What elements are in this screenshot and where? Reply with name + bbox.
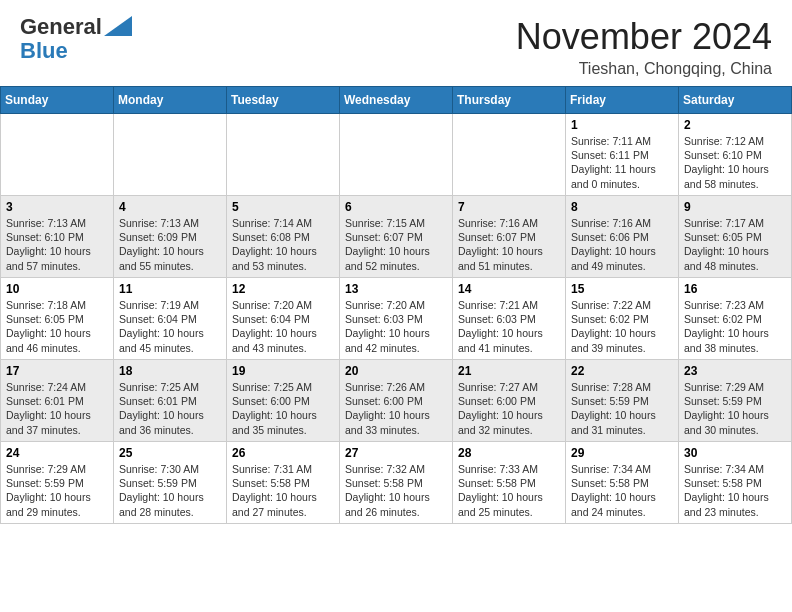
day-info: Sunrise: 7:25 AMSunset: 6:00 PMDaylight:… — [232, 381, 317, 436]
table-row: 13Sunrise: 7:20 AMSunset: 6:03 PMDayligh… — [340, 278, 453, 360]
location-title: Tieshan, Chongqing, China — [516, 60, 772, 78]
logo: General Blue — [20, 16, 132, 64]
calendar-week-row: 24Sunrise: 7:29 AMSunset: 5:59 PMDayligh… — [1, 442, 792, 524]
day-info: Sunrise: 7:34 AMSunset: 5:58 PMDaylight:… — [571, 463, 656, 518]
day-info: Sunrise: 7:24 AMSunset: 6:01 PMDaylight:… — [6, 381, 91, 436]
day-info: Sunrise: 7:29 AMSunset: 5:59 PMDaylight:… — [684, 381, 769, 436]
table-row — [114, 114, 227, 196]
day-number: 17 — [6, 364, 108, 378]
calendar-week-row: 3Sunrise: 7:13 AMSunset: 6:10 PMDaylight… — [1, 196, 792, 278]
table-row: 24Sunrise: 7:29 AMSunset: 5:59 PMDayligh… — [1, 442, 114, 524]
logo-arrow-icon — [104, 16, 132, 36]
table-row: 28Sunrise: 7:33 AMSunset: 5:58 PMDayligh… — [453, 442, 566, 524]
col-friday: Friday — [566, 87, 679, 114]
day-number: 20 — [345, 364, 447, 378]
table-row: 14Sunrise: 7:21 AMSunset: 6:03 PMDayligh… — [453, 278, 566, 360]
day-info: Sunrise: 7:23 AMSunset: 6:02 PMDaylight:… — [684, 299, 769, 354]
logo-blue-text: Blue — [20, 38, 68, 64]
day-number: 21 — [458, 364, 560, 378]
day-info: Sunrise: 7:20 AMSunset: 6:03 PMDaylight:… — [345, 299, 430, 354]
table-row: 30Sunrise: 7:34 AMSunset: 5:58 PMDayligh… — [679, 442, 792, 524]
table-row: 1Sunrise: 7:11 AMSunset: 6:11 PMDaylight… — [566, 114, 679, 196]
day-info: Sunrise: 7:32 AMSunset: 5:58 PMDaylight:… — [345, 463, 430, 518]
table-row — [340, 114, 453, 196]
table-row: 4Sunrise: 7:13 AMSunset: 6:09 PMDaylight… — [114, 196, 227, 278]
table-row — [1, 114, 114, 196]
day-number: 24 — [6, 446, 108, 460]
day-info: Sunrise: 7:12 AMSunset: 6:10 PMDaylight:… — [684, 135, 769, 190]
day-info: Sunrise: 7:34 AMSunset: 5:58 PMDaylight:… — [684, 463, 769, 518]
day-info: Sunrise: 7:27 AMSunset: 6:00 PMDaylight:… — [458, 381, 543, 436]
day-number: 6 — [345, 200, 447, 214]
calendar-week-row: 17Sunrise: 7:24 AMSunset: 6:01 PMDayligh… — [1, 360, 792, 442]
col-wednesday: Wednesday — [340, 87, 453, 114]
day-info: Sunrise: 7:15 AMSunset: 6:07 PMDaylight:… — [345, 217, 430, 272]
day-number: 2 — [684, 118, 786, 132]
table-row: 8Sunrise: 7:16 AMSunset: 6:06 PMDaylight… — [566, 196, 679, 278]
day-number: 4 — [119, 200, 221, 214]
page: General Blue November 2024 Tieshan, Chon… — [0, 0, 792, 524]
table-row: 29Sunrise: 7:34 AMSunset: 5:58 PMDayligh… — [566, 442, 679, 524]
day-info: Sunrise: 7:31 AMSunset: 5:58 PMDaylight:… — [232, 463, 317, 518]
col-thursday: Thursday — [453, 87, 566, 114]
col-monday: Monday — [114, 87, 227, 114]
calendar-table: Sunday Monday Tuesday Wednesday Thursday… — [0, 86, 792, 524]
day-number: 1 — [571, 118, 673, 132]
table-row — [227, 114, 340, 196]
day-number: 8 — [571, 200, 673, 214]
day-number: 10 — [6, 282, 108, 296]
day-info: Sunrise: 7:22 AMSunset: 6:02 PMDaylight:… — [571, 299, 656, 354]
day-info: Sunrise: 7:21 AMSunset: 6:03 PMDaylight:… — [458, 299, 543, 354]
table-row: 9Sunrise: 7:17 AMSunset: 6:05 PMDaylight… — [679, 196, 792, 278]
table-row: 7Sunrise: 7:16 AMSunset: 6:07 PMDaylight… — [453, 196, 566, 278]
day-info: Sunrise: 7:26 AMSunset: 6:00 PMDaylight:… — [345, 381, 430, 436]
day-info: Sunrise: 7:16 AMSunset: 6:06 PMDaylight:… — [571, 217, 656, 272]
day-info: Sunrise: 7:29 AMSunset: 5:59 PMDaylight:… — [6, 463, 91, 518]
table-row: 27Sunrise: 7:32 AMSunset: 5:58 PMDayligh… — [340, 442, 453, 524]
table-row — [453, 114, 566, 196]
day-number: 26 — [232, 446, 334, 460]
day-number: 19 — [232, 364, 334, 378]
day-info: Sunrise: 7:17 AMSunset: 6:05 PMDaylight:… — [684, 217, 769, 272]
table-row: 22Sunrise: 7:28 AMSunset: 5:59 PMDayligh… — [566, 360, 679, 442]
day-info: Sunrise: 7:13 AMSunset: 6:09 PMDaylight:… — [119, 217, 204, 272]
day-number: 30 — [684, 446, 786, 460]
month-title: November 2024 — [516, 16, 772, 58]
table-row: 2Sunrise: 7:12 AMSunset: 6:10 PMDaylight… — [679, 114, 792, 196]
col-tuesday: Tuesday — [227, 87, 340, 114]
table-row: 18Sunrise: 7:25 AMSunset: 6:01 PMDayligh… — [114, 360, 227, 442]
day-number: 14 — [458, 282, 560, 296]
day-number: 25 — [119, 446, 221, 460]
logo-general-text: General — [20, 16, 102, 38]
day-number: 13 — [345, 282, 447, 296]
day-number: 16 — [684, 282, 786, 296]
table-row: 5Sunrise: 7:14 AMSunset: 6:08 PMDaylight… — [227, 196, 340, 278]
table-row: 23Sunrise: 7:29 AMSunset: 5:59 PMDayligh… — [679, 360, 792, 442]
day-info: Sunrise: 7:16 AMSunset: 6:07 PMDaylight:… — [458, 217, 543, 272]
svg-marker-0 — [104, 16, 132, 36]
day-number: 28 — [458, 446, 560, 460]
day-number: 3 — [6, 200, 108, 214]
table-row: 21Sunrise: 7:27 AMSunset: 6:00 PMDayligh… — [453, 360, 566, 442]
table-row: 26Sunrise: 7:31 AMSunset: 5:58 PMDayligh… — [227, 442, 340, 524]
day-info: Sunrise: 7:33 AMSunset: 5:58 PMDaylight:… — [458, 463, 543, 518]
table-row: 11Sunrise: 7:19 AMSunset: 6:04 PMDayligh… — [114, 278, 227, 360]
table-row: 17Sunrise: 7:24 AMSunset: 6:01 PMDayligh… — [1, 360, 114, 442]
table-row: 12Sunrise: 7:20 AMSunset: 6:04 PMDayligh… — [227, 278, 340, 360]
day-number: 12 — [232, 282, 334, 296]
day-number: 5 — [232, 200, 334, 214]
table-row: 25Sunrise: 7:30 AMSunset: 5:59 PMDayligh… — [114, 442, 227, 524]
calendar-week-row: 10Sunrise: 7:18 AMSunset: 6:05 PMDayligh… — [1, 278, 792, 360]
table-row: 16Sunrise: 7:23 AMSunset: 6:02 PMDayligh… — [679, 278, 792, 360]
calendar-header-row: Sunday Monday Tuesday Wednesday Thursday… — [1, 87, 792, 114]
table-row: 10Sunrise: 7:18 AMSunset: 6:05 PMDayligh… — [1, 278, 114, 360]
col-saturday: Saturday — [679, 87, 792, 114]
calendar-week-row: 1Sunrise: 7:11 AMSunset: 6:11 PMDaylight… — [1, 114, 792, 196]
table-row: 20Sunrise: 7:26 AMSunset: 6:00 PMDayligh… — [340, 360, 453, 442]
day-number: 29 — [571, 446, 673, 460]
table-row: 15Sunrise: 7:22 AMSunset: 6:02 PMDayligh… — [566, 278, 679, 360]
table-row: 19Sunrise: 7:25 AMSunset: 6:00 PMDayligh… — [227, 360, 340, 442]
day-info: Sunrise: 7:14 AMSunset: 6:08 PMDaylight:… — [232, 217, 317, 272]
day-number: 18 — [119, 364, 221, 378]
day-info: Sunrise: 7:11 AMSunset: 6:11 PMDaylight:… — [571, 135, 656, 190]
